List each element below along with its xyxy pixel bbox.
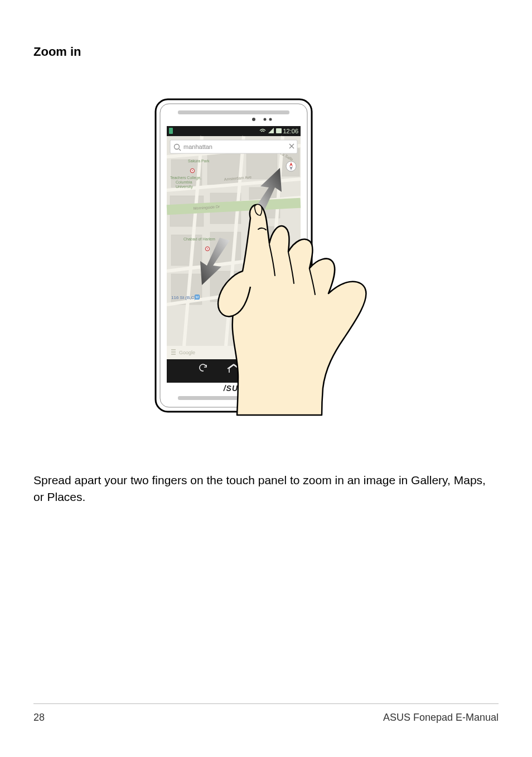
svg-point-4 <box>264 118 267 121</box>
svg-rect-9 <box>169 128 173 134</box>
status-time: 12:06 <box>283 128 298 134</box>
map-label-station: 116 St (B,C) M <box>171 295 200 300</box>
svg-rect-8 <box>276 128 282 133</box>
instruction-text: Spread apart your two fingers on the tou… <box>33 472 499 506</box>
map-label-sakura: Sakura Park <box>188 159 210 163</box>
book-title: ASUS Fonepad E-Manual <box>383 712 499 724</box>
search-value[interactable]: manhattan <box>183 143 212 150</box>
svg-point-36 <box>207 248 208 249</box>
device-gesture-svg: 12:06 <box>154 98 378 416</box>
svg-point-3 <box>252 118 255 121</box>
map-label-chabad: Chabad of Harlem <box>183 237 215 241</box>
section-heading: Zoom in <box>33 45 499 59</box>
page-number: 28 <box>33 712 45 724</box>
svg-rect-2 <box>178 110 289 114</box>
svg-point-5 <box>269 118 272 121</box>
svg-text:116 St (B,C): 116 St (B,C) <box>171 295 196 300</box>
google-label: Google <box>179 350 195 355</box>
zoom-in-illustration: 12:06 <box>33 98 499 416</box>
svg-point-34 <box>192 170 193 171</box>
svg-text:M: M <box>196 295 199 299</box>
